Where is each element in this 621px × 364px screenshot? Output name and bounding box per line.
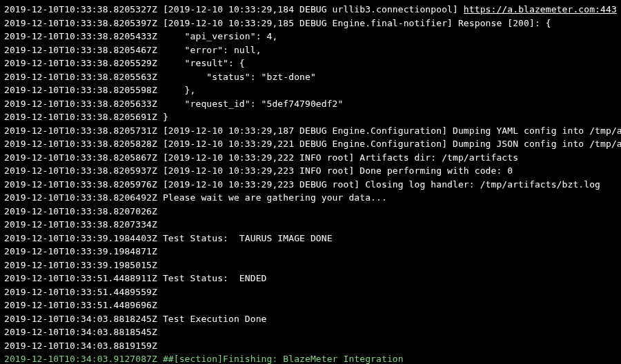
log-body: [2019-12-10 10:33:29,185 DEBUG Engine.fi… — [163, 18, 551, 28]
log-line: 2019-12-10T10:33:39.1985015Z — [4, 259, 617, 272]
log-timestamp: 2019-12-10T10:34:03.8818545Z — [4, 327, 157, 337]
log-body: } — [163, 112, 168, 122]
terminal-output[interactable]: 2019-12-10T10:33:38.8205327Z [2019-12-10… — [0, 0, 621, 364]
log-line: 2019-12-10T10:33:51.4489559Z — [4, 285, 617, 299]
log-line: 2019-12-10T10:33:51.4488911Z Test Status… — [4, 272, 617, 285]
log-body: [2019-12-10 10:33:29,221 DEBUG Engine.Co… — [163, 139, 621, 149]
log-body: ##[section]Finishing: BlazeMeter Integra… — [163, 354, 404, 364]
log-timestamp: 2019-12-10T10:33:38.8205691Z — [4, 112, 157, 122]
log-timestamp: 2019-12-10T10:33:51.4489559Z — [4, 287, 157, 297]
log-line: 2019-12-10T10:34:03.8818545Z — [4, 325, 617, 339]
log-line: 2019-12-10T10:33:38.8205937Z [2019-12-10… — [4, 164, 617, 178]
log-line: 2019-12-10T10:33:38.8205327Z [2019-12-10… — [4, 3, 617, 17]
log-tail: " — [617, 4, 621, 14]
log-timestamp: 2019-12-10T10:33:38.8205867Z — [4, 152, 157, 163]
log-line: 2019-12-10T10:33:38.8207334Z — [4, 218, 617, 232]
log-line: 2019-12-10T10:33:38.8205467Z "error": nu… — [4, 43, 617, 57]
log-timestamp: 2019-12-10T10:34:03.8818245Z — [4, 314, 157, 324]
log-line: 2019-12-10T10:33:39.1984403Z Test Status… — [4, 232, 617, 245]
log-timestamp: 2019-12-10T10:33:38.8207026Z — [4, 206, 157, 216]
log-line: 2019-12-10T10:33:38.8205633Z "request_id… — [4, 97, 617, 111]
log-timestamp: 2019-12-10T10:33:38.8205633Z — [4, 99, 157, 109]
log-timestamp: 2019-12-10T10:34:03.8819159Z — [4, 341, 157, 351]
log-line: 2019-12-10T10:33:38.8205397Z [2019-12-10… — [4, 17, 617, 30]
log-body: Test Execution Done — [163, 314, 267, 324]
log-timestamp: 2019-12-10T10:33:38.8207334Z — [4, 219, 157, 230]
log-timestamp: 2019-12-10T10:33:38.8205467Z — [4, 45, 157, 55]
log-timestamp: 2019-12-10T10:33:38.8205731Z — [4, 125, 157, 136]
log-line: 2019-12-10T10:33:39.1984871Z — [4, 245, 617, 259]
log-line: 2019-12-10T10:33:38.8205563Z "status": "… — [4, 70, 617, 84]
log-timestamp: 2019-12-10T10:33:38.8205598Z — [4, 85, 157, 95]
log-timestamp: 2019-12-10T10:33:38.8205433Z — [4, 31, 157, 41]
log-line: 2019-12-10T10:33:38.8205433Z "api_versio… — [4, 30, 617, 43]
log-body: "request_id": "5def74790edf2" — [163, 99, 344, 109]
log-body: [2019-12-10 10:33:29,222 INFO root] Arti… — [163, 152, 518, 163]
log-line: 2019-12-10T10:33:38.8205598Z }, — [4, 83, 617, 97]
log-body: [2019-12-10 10:33:29,223 INFO root] Done… — [163, 165, 513, 176]
log-line: 2019-12-10T10:33:51.4489696Z — [4, 299, 617, 312]
log-timestamp: 2019-12-10T10:33:39.1984871Z — [4, 246, 157, 256]
log-body: Test Status: TAURUS IMAGE DONE — [163, 233, 333, 243]
log-body: [2019-12-10 10:33:29,184 DEBUG urllib3.c… — [163, 4, 464, 14]
log-timestamp: 2019-12-10T10:33:39.1984403Z — [4, 233, 157, 243]
log-line: 2019-12-10T10:33:38.8207026Z — [4, 205, 617, 219]
log-timestamp: 2019-12-10T10:33:38.8205397Z — [4, 18, 157, 28]
log-link[interactable]: https://a.blazemeter.com:443 — [464, 4, 617, 14]
log-line: 2019-12-10T10:33:38.8205976Z [2019-12-10… — [4, 178, 617, 192]
log-line: 2019-12-10T10:34:03.9127087Z ##[section]… — [4, 352, 617, 364]
log-body: "api_version": 4, — [163, 31, 277, 41]
log-line: 2019-12-10T10:33:38.8205731Z [2019-12-10… — [4, 124, 617, 138]
log-line: 2019-12-10T10:33:38.8205828Z [2019-12-10… — [4, 137, 617, 151]
log-body: [2019-12-10 10:33:29,223 DEBUG root] Clo… — [163, 179, 600, 190]
log-line: 2019-12-10T10:33:38.8205867Z [2019-12-10… — [4, 151, 617, 165]
log-timestamp: 2019-12-10T10:33:51.4488911Z — [4, 273, 157, 283]
log-timestamp: 2019-12-10T10:34:03.9127087Z — [4, 354, 157, 364]
log-timestamp: 2019-12-10T10:33:38.8205937Z — [4, 165, 157, 176]
log-timestamp: 2019-12-10T10:33:38.8205976Z — [4, 179, 157, 190]
log-timestamp: 2019-12-10T10:33:38.8205327Z — [4, 4, 157, 14]
log-line: 2019-12-10T10:33:38.8206492Z Please wait… — [4, 191, 617, 205]
log-line: 2019-12-10T10:33:38.8205691Z } — [4, 110, 617, 124]
log-line: 2019-12-10T10:34:03.8818245Z Test Execut… — [4, 312, 617, 326]
log-line: 2019-12-10T10:33:38.8205529Z "result": { — [4, 57, 617, 70]
log-body: [2019-12-10 10:33:29,187 DEBUG Engine.Co… — [163, 125, 621, 136]
log-timestamp: 2019-12-10T10:33:38.8205563Z — [4, 72, 157, 82]
log-timestamp: 2019-12-10T10:33:39.1985015Z — [4, 260, 157, 270]
log-body: "error": null, — [163, 45, 262, 55]
log-timestamp: 2019-12-10T10:33:38.8205828Z — [4, 139, 157, 149]
log-line: 2019-12-10T10:34:03.8819159Z — [4, 339, 617, 353]
log-body: "status": "bzt-done" — [163, 72, 316, 82]
log-body: }, — [163, 85, 196, 95]
log-body: Test Status: ENDED — [163, 273, 267, 283]
log-timestamp: 2019-12-10T10:33:38.8206492Z — [4, 192, 157, 203]
log-timestamp: 2019-12-10T10:33:38.8205529Z — [4, 58, 157, 68]
log-body: "result": { — [163, 58, 245, 68]
log-timestamp: 2019-12-10T10:33:51.4489696Z — [4, 300, 157, 310]
log-body: Please wait we are gathering your data..… — [163, 192, 387, 203]
